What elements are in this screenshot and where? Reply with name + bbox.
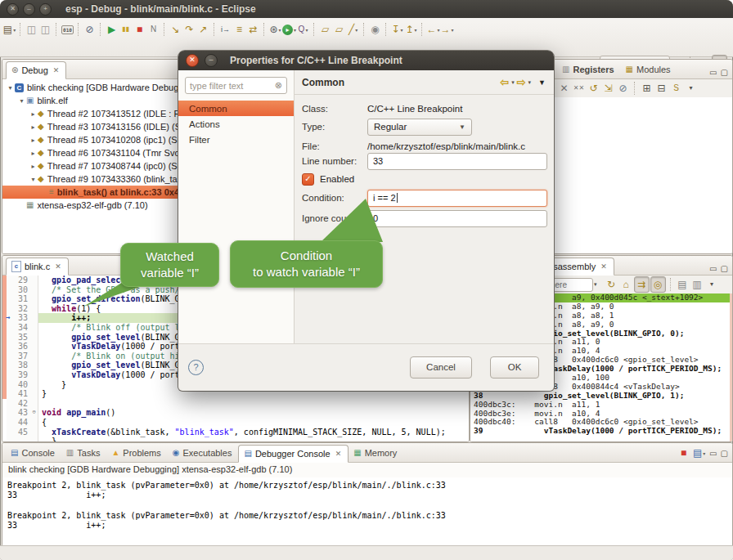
minimize-icon[interactable]: ▭ (709, 449, 717, 458)
back-icon[interactable]: ←▾ (426, 22, 440, 37)
forward-icon[interactable]: →▾ (440, 22, 454, 37)
tree-expander-icon[interactable]: ▸ (29, 150, 38, 157)
open-element-icon[interactable]: ▱ (318, 22, 332, 37)
tree-expander-icon[interactable]: ▸ (29, 110, 38, 118)
line-number[interactable]: 39 (7, 370, 30, 380)
save-all-icon[interactable]: ◫ (38, 22, 52, 37)
close-icon[interactable]: ✕ (600, 262, 607, 271)
condition-input[interactable]: i == 2 (367, 190, 547, 207)
code-line[interactable]: } (2, 437, 469, 441)
line-number[interactable]: 42 (7, 399, 30, 409)
disassembly-source-line[interactable]: 39 vTaskDelay(1000 / portTICK_PERIOD_MS)… (470, 427, 730, 436)
line-number[interactable]: 37 (7, 352, 30, 361)
nav-item-filter[interactable]: Filter (178, 132, 294, 147)
collapse-all-icon[interactable]: ⊟ (654, 81, 668, 96)
profile-icon[interactable]: Q▾ (296, 22, 310, 37)
tree-expander-icon[interactable]: ▸ (29, 163, 38, 170)
use-step-filters-icon[interactable]: ⇄ (246, 22, 260, 37)
skip-all-breakpoints-icon[interactable]: ⊘ (83, 22, 97, 37)
nav-item-common[interactable]: Common (178, 101, 294, 116)
chevron-down-icon[interactable]: ▾ (528, 79, 532, 86)
disassembly-line[interactable]: 400dbc3c: movi.n a11, 1 (470, 401, 730, 410)
maximize-icon[interactable]: ▢ (721, 68, 728, 77)
type-select[interactable]: Regular ▼ (367, 119, 472, 136)
line-number[interactable]: 34 (7, 323, 30, 333)
line-number[interactable] (7, 437, 30, 441)
maximize-icon[interactable]: ▢ (721, 449, 728, 458)
tab-blink-c[interactable]: c blink.c ✕ (6, 258, 69, 276)
step-into-icon[interactable]: ↘ (169, 22, 182, 37)
next-annotation-icon[interactable]: ↥▾ (404, 22, 418, 37)
instruction-pointer-icon[interactable]: → (6, 313, 10, 323)
line-number[interactable]: 41 (7, 389, 30, 399)
tree-expander-icon[interactable]: ▾ (17, 97, 26, 105)
resume-icon[interactable]: ▶ (105, 22, 119, 37)
window-minimize-button[interactable]: – (23, 3, 35, 16)
code-line[interactable]: 43⊖void app_main() (2, 408, 469, 418)
tree-expander-icon[interactable]: ▾ (29, 176, 38, 183)
previous-annotation-icon[interactable]: ↧▾ (390, 22, 404, 37)
show-execution-icon[interactable]: ≡ (232, 22, 246, 37)
tab-debug[interactable]: ⊛ Debug ✕ (6, 61, 66, 79)
track-expression-icon[interactable]: ◎ (650, 276, 666, 293)
refresh-icon[interactable]: ↻ (605, 277, 618, 292)
show-columns-icon[interactable]: S (669, 81, 683, 96)
open-new-view-icon[interactable]: ▤ (676, 277, 690, 292)
tab-problems[interactable]: ▲Problems (106, 444, 167, 462)
tab-console[interactable]: ▤Console (6, 444, 61, 462)
close-icon[interactable]: ✕ (335, 450, 342, 458)
enabled-checkbox[interactable]: ✓ (302, 173, 314, 186)
import-registers-icon[interactable]: ⇲ (601, 81, 615, 96)
line-number[interactable]: 35 (7, 333, 30, 343)
chevron-down-icon[interactable]: ▾ (511, 79, 515, 86)
ok-button[interactable]: OK (490, 356, 539, 379)
remove-all-register-groups-icon[interactable]: ✕✕ (572, 81, 586, 96)
sync-with-active-context-icon[interactable]: ⇉ (634, 276, 650, 293)
chevron-down-icon[interactable]: ▾ (594, 281, 597, 288)
line-number[interactable]: 29 (7, 276, 30, 285)
tree-expander-icon[interactable]: ▸ (29, 137, 38, 144)
close-icon[interactable]: ✕ (53, 66, 60, 74)
tab-registers[interactable]: ▥ Registers (557, 60, 621, 78)
deselect-register-icon[interactable]: ⊘ (616, 81, 630, 96)
step-return-icon[interactable]: ↗ (196, 22, 210, 37)
line-number[interactable]: 44 (7, 418, 30, 428)
suspend-icon[interactable]: ▮▮ (119, 22, 133, 37)
tab-tasks[interactable]: ▥Tasks (61, 444, 107, 462)
debug-configurations-icon[interactable]: ⊛▾ (268, 22, 282, 37)
window-maximize-button[interactable]: + (39, 3, 52, 16)
restore-default-register-groups-icon[interactable]: ↺ (587, 81, 600, 96)
back-icon[interactable]: ⇦ (500, 76, 509, 88)
view-menu-icon[interactable]: ▾ (705, 277, 719, 292)
view-menu-icon[interactable]: ▼ (538, 78, 546, 87)
dialog-close-button[interactable]: ✕ (186, 54, 199, 67)
line-number-input[interactable]: 33 (367, 153, 547, 170)
run-icon[interactable]: ▸▾ (282, 22, 296, 37)
tab-modules[interactable]: ▦ Modules (621, 60, 677, 78)
terminate-icon[interactable]: ■ (133, 22, 146, 37)
binary-breakpoint-icon[interactable]: 010 (61, 22, 74, 37)
line-number[interactable]: 32 (7, 304, 30, 314)
tab-memory[interactable]: ▦Memory (349, 444, 403, 462)
ignore-count-input[interactable]: 0 (367, 210, 547, 227)
line-number[interactable]: 36 (7, 342, 30, 352)
code-line[interactable]: 45 xTaskCreate(&blink_task, "blink_task"… (2, 428, 469, 437)
disconnect-icon[interactable]: N (146, 22, 160, 37)
line-number[interactable]: 43 (7, 408, 30, 418)
forward-icon[interactable]: ⇨ (517, 76, 526, 88)
pin-editor-icon[interactable]: ◉ (368, 22, 382, 37)
minimize-icon[interactable]: ▭ (709, 68, 717, 77)
dialog-minimize-button[interactable]: – (205, 54, 218, 67)
help-icon[interactable]: ? (188, 360, 204, 375)
maximize-icon[interactable]: ▢ (721, 264, 728, 273)
step-over-icon[interactable]: ↷ (182, 22, 196, 37)
tree-expander-icon[interactable]: ▾ (6, 84, 15, 92)
filter-input[interactable]: type filter text ⊗ (185, 77, 287, 94)
line-number[interactable]: 45 (7, 428, 30, 437)
line-number[interactable]: 40 (7, 380, 30, 390)
view-menu-icon[interactable]: ▾ (684, 81, 698, 96)
new-wizard-icon[interactable]: ▤▾ (2, 22, 16, 37)
code-line[interactable]: 42 (2, 399, 469, 409)
remove-register-group-icon[interactable]: ✕ (557, 81, 571, 96)
code-line[interactable]: 44{ (2, 418, 469, 428)
